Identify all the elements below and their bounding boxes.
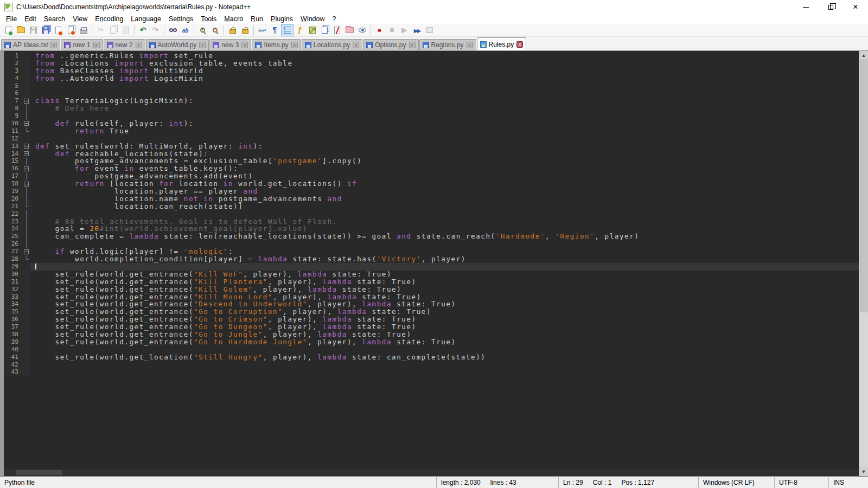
tab-items-py[interactable]: Items.pyx: [252, 39, 301, 50]
word-wrap-button[interactable]: ≡↵: [256, 24, 269, 36]
print-button[interactable]: [77, 24, 90, 36]
vertical-scrollbar[interactable]: ▲ ▼: [859, 51, 868, 476]
tab-close-icon[interactable]: x: [516, 41, 523, 48]
menu-search[interactable]: Search: [40, 15, 69, 23]
code-line-18: 18 return [location for location in worl…: [4, 180, 859, 188]
line-number: 1: [4, 52, 22, 60]
tab-ap-ideas-txt[interactable]: AP Ideas.txtx: [1, 39, 60, 50]
fold-collapse-icon[interactable]: [22, 180, 30, 188]
macro-play-button[interactable]: ▶: [398, 24, 411, 36]
fold-margin: [22, 233, 30, 240]
code-editor[interactable]: 1from ..generic.Rules import set_rule2fr…: [4, 51, 859, 476]
minimize-button[interactable]: [793, 0, 818, 14]
tab-new-2[interactable]: new 2x: [104, 39, 145, 50]
tab-close-icon[interactable]: x: [241, 42, 248, 48]
tab-new-3[interactable]: new 3x: [209, 39, 251, 50]
menu-language[interactable]: Language: [127, 15, 165, 23]
fold-margin: [22, 278, 30, 286]
redo-button[interactable]: ↷: [149, 24, 162, 36]
edge-marker-button[interactable]: [331, 24, 343, 36]
folder-as-workspace-button[interactable]: [343, 24, 356, 36]
vertical-scrollbar-track[interactable]: [859, 60, 868, 467]
undo-button[interactable]: ↶: [137, 24, 149, 36]
code-text: postgame_advancements.add(event): [30, 172, 859, 180]
zoom-in-button[interactable]: +: [196, 24, 209, 36]
copy-button[interactable]: [107, 24, 119, 36]
tab-close-icon[interactable]: x: [409, 42, 416, 48]
indent-guide-button[interactable]: [281, 24, 293, 36]
fold-collapse-icon[interactable]: [22, 143, 30, 150]
open-file-button[interactable]: [15, 24, 27, 36]
menu-[interactable]: ?: [329, 15, 340, 23]
fold-collapse-icon[interactable]: [22, 97, 30, 105]
menu-view[interactable]: View: [69, 15, 91, 23]
fold-collapse-icon[interactable]: [22, 120, 30, 127]
code-line-40: 40: [4, 346, 859, 354]
sync-horizontal-button[interactable]: [239, 24, 251, 36]
sync-vertical-button[interactable]: [226, 24, 239, 36]
save-button[interactable]: [27, 24, 40, 36]
function-list-icon: ƒ: [298, 27, 302, 34]
close-button[interactable]: [52, 24, 65, 36]
tab-new-1[interactable]: new 1x: [61, 39, 103, 50]
vertical-scrollbar-thumb[interactable]: [860, 60, 867, 312]
tab-close-icon[interactable]: x: [199, 42, 206, 48]
function-list-button[interactable]: ƒ: [293, 24, 306, 36]
scroll-up-icon[interactable]: ▲: [859, 51, 868, 60]
tab-regions-py[interactable]: Regions.pyx: [419, 39, 476, 50]
menu-plugins[interactable]: Plugins: [267, 15, 297, 23]
code-text: [30, 368, 859, 376]
close-all-button[interactable]: [65, 24, 77, 36]
tab-rules-py[interactable]: Rules.pyx: [477, 37, 527, 50]
paste-button[interactable]: [119, 24, 132, 36]
toolbar-separator: [164, 25, 164, 35]
tab-close-icon[interactable]: x: [93, 42, 100, 48]
monitoring-button[interactable]: [356, 24, 368, 36]
macro-run-multiple-button[interactable]: ▶▶: [411, 24, 423, 36]
menu-macro[interactable]: Macro: [220, 15, 247, 23]
menu-file[interactable]: File: [2, 15, 21, 23]
macro-record-button[interactable]: ●: [373, 24, 386, 36]
replace-button[interactable]: ab: [179, 24, 192, 36]
menu-run[interactable]: Run: [247, 15, 267, 23]
new-file-button[interactable]: [2, 24, 15, 36]
menu-edit[interactable]: Edit: [21, 15, 40, 23]
scroll-down-icon[interactable]: ▼: [859, 467, 868, 476]
tab-close-icon[interactable]: x: [50, 42, 57, 48]
horizontal-scrollbar-thumb[interactable]: [16, 470, 62, 475]
document-map-button[interactable]: [306, 24, 318, 36]
code-line-28: 28 world.completion_condition[player] = …: [4, 255, 859, 263]
horizontal-scrollbar[interactable]: [4, 469, 859, 476]
macro-stop-button[interactable]: ■: [386, 24, 398, 36]
show-all-characters-button[interactable]: ¶: [269, 24, 281, 36]
zoom-out-button[interactable]: −: [209, 24, 221, 36]
cut-button[interactable]: ✂: [94, 24, 107, 36]
macro-save-button[interactable]: [423, 24, 436, 36]
fold-collapse-icon[interactable]: [22, 150, 30, 158]
tab-autoworld-py[interactable]: AutoWorld.pyx: [146, 39, 209, 50]
menu-window[interactable]: Window: [297, 15, 328, 23]
tab-locations-py[interactable]: Locations.pyx: [302, 39, 362, 50]
fold-collapse-icon[interactable]: [22, 248, 30, 255]
menu-encoding[interactable]: Encoding: [91, 15, 127, 23]
tab-close-icon[interactable]: x: [353, 42, 359, 48]
tab-options-py[interactable]: Options.pyx: [363, 39, 418, 50]
menu-tools[interactable]: Tools: [197, 15, 220, 23]
tab-close-icon[interactable]: x: [136, 42, 142, 48]
save-all-button[interactable]: [40, 24, 52, 36]
restore-button[interactable]: [818, 0, 843, 14]
menu-settings[interactable]: Settings: [165, 15, 197, 23]
tab-close-icon[interactable]: x: [467, 42, 473, 48]
code-lines[interactable]: 1from ..generic.Rules import set_rule2fr…: [4, 51, 859, 469]
find-button[interactable]: [167, 24, 179, 36]
code-text: [30, 82, 859, 90]
fold-collapse-icon[interactable]: [22, 165, 30, 172]
fold-margin: [22, 255, 30, 263]
close-window-button[interactable]: ×: [843, 0, 868, 14]
line-number: 12: [4, 135, 22, 143]
status-insert-mode: INS: [829, 477, 868, 488]
document-list-button[interactable]: [318, 24, 331, 36]
tab-close-icon[interactable]: x: [291, 42, 298, 48]
text-caret: [35, 264, 36, 269]
code-text: set_rule(world.get_entrance("Descend to …: [30, 300, 859, 308]
